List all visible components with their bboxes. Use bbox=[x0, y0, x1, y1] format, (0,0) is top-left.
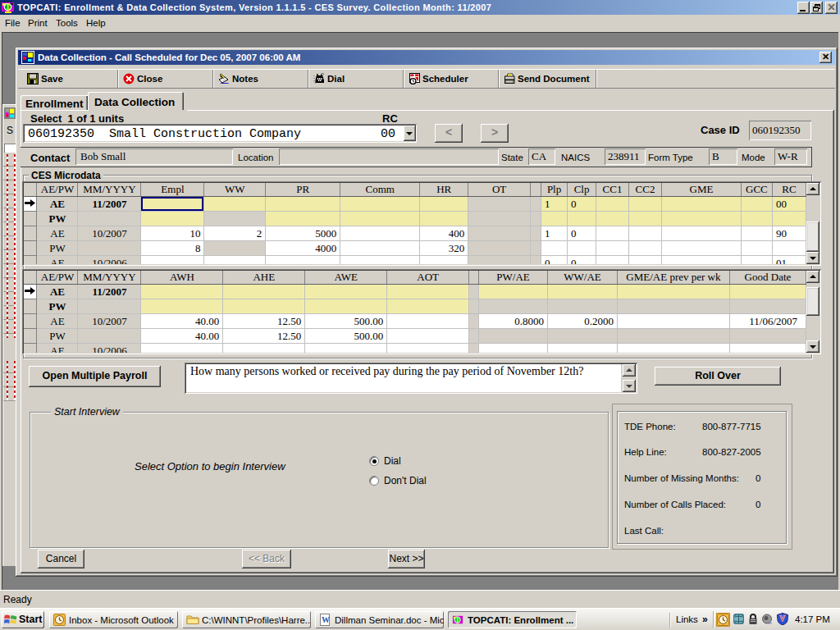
svg-text:W: W bbox=[322, 615, 330, 624]
